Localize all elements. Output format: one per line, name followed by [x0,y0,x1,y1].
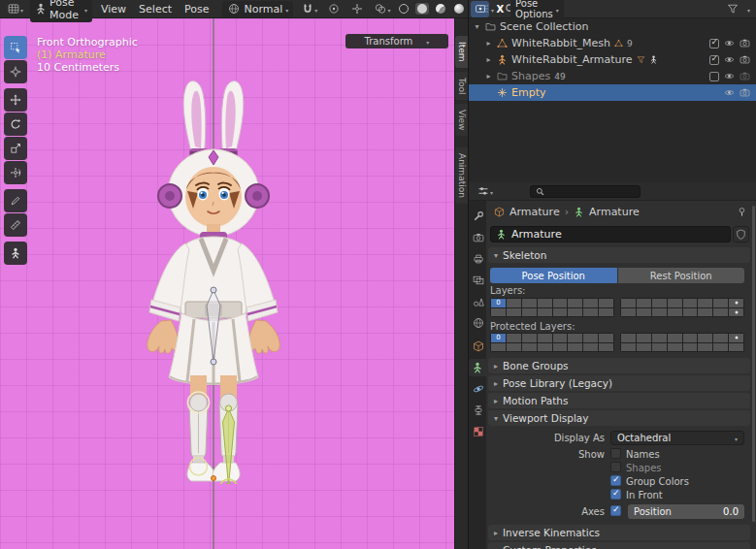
outliner-row-empty[interactable]: Empty [469,84,756,101]
layer-toggle[interactable] [698,334,712,342]
group-colors-checkbox[interactable] [610,475,621,486]
rest-position-button[interactable]: Rest Position [618,268,745,283]
layer-toggle[interactable] [507,308,521,317]
layer-toggle[interactable] [683,343,698,352]
layer-toggle[interactable] [568,299,582,307]
layer-toggle[interactable] [713,343,728,352]
render-camera-icon[interactable] [740,38,750,48]
layer-toggle[interactable] [522,299,537,307]
in-front-checkbox[interactable] [610,489,621,500]
measure-tool[interactable] [4,213,27,237]
inverse-kinematics-panel-header[interactable]: Inverse Kinematics [488,525,750,540]
render-camera-icon[interactable] [740,87,750,98]
layer-toggle[interactable] [652,343,667,352]
layer-toggle[interactable] [568,343,582,352]
selectability-checkbox[interactable] [709,55,719,65]
menu-view[interactable]: View [97,2,130,16]
layer-toggle[interactable] [668,334,682,342]
layer-toggle[interactable] [668,343,682,352]
shading-solid-button[interactable] [415,3,429,15]
properties-tab-texture[interactable] [471,423,486,440]
layer-toggle[interactable] [698,308,712,317]
layer-toggle[interactable] [683,308,698,317]
cursor-tool[interactable] [4,60,27,83]
properties-tab-view-layer[interactable] [471,272,486,289]
layer-toggle[interactable] [683,334,698,342]
layer-toggle[interactable] [599,308,613,317]
names-checkbox[interactable] [610,448,621,459]
layer-toggle[interactable]: 0 [491,299,506,307]
pose-options-dropdown[interactable]: Pose Options [510,0,564,20]
layer-toggle[interactable] [637,343,651,352]
motion-paths-panel-header[interactable]: Motion Paths [488,393,750,408]
move-tool[interactable] [4,88,27,112]
breadcrumb-object[interactable]: Armature [509,206,560,218]
display-as-dropdown[interactable]: Octahedral [610,431,744,445]
overlays-toggle[interactable] [371,1,392,17]
layer-toggle[interactable] [568,308,582,317]
properties-tab-object[interactable] [471,338,486,355]
layer-toggle[interactable] [637,299,651,307]
properties-search-input[interactable] [530,185,641,198]
skeleton-panel-header[interactable]: Skeleton [488,247,750,263]
layer-toggle[interactable] [599,343,613,352]
layer-toggle[interactable] [698,299,712,307]
fake-user-shield-button[interactable] [733,226,749,242]
layer-toggle[interactable] [583,334,598,342]
armature-name-field[interactable]: Armature [490,226,731,242]
properties-tab-world[interactable] [471,314,486,332]
menu-select[interactable]: Select [135,2,176,16]
sidebar-tab-view[interactable]: View [455,104,468,136]
layer-toggle[interactable] [713,334,728,342]
layer-toggle[interactable] [637,334,651,342]
hide-eye-icon[interactable] [724,38,735,48]
layer-toggle[interactable] [652,299,667,307]
layer-toggle[interactable] [583,343,598,352]
properties-scrollbar[interactable] [752,206,755,522]
selectability-checkbox[interactable] [709,72,719,81]
layer-toggle[interactable] [568,334,582,342]
layer-toggle[interactable] [553,299,568,307]
layer-toggle[interactable] [522,308,537,317]
layer-toggle[interactable] [729,334,743,342]
outliner-row-whiterabbit-mesh[interactable]: WhiteRabbit_Mesh 9 [469,35,756,51]
properties-tab-tool[interactable] [471,208,486,225]
shading-wireframe-button[interactable] [397,3,411,15]
layer-toggle[interactable] [507,343,521,352]
layer-toggle[interactable] [491,343,506,352]
expand-arrow-icon[interactable] [484,72,493,81]
layer-toggle[interactable] [621,343,636,352]
layer-toggle[interactable] [553,343,568,352]
sidebar-tab-animation[interactable]: Animation [455,147,468,204]
render-camera-icon[interactable] [740,71,750,81]
layer-toggle[interactable] [668,299,682,307]
select-box-tool[interactable] [4,36,27,59]
rotate-tool[interactable] [4,113,27,136]
outliner-row-scene-collection[interactable]: Scene Collection [469,18,756,35]
annotate-tool[interactable] [4,189,27,212]
transform-orientation-select[interactable]: Normal [222,1,294,17]
layer-toggle[interactable] [522,343,537,352]
layer-toggle[interactable] [553,308,568,317]
hide-eye-icon[interactable] [724,87,735,98]
properties-tab-render[interactable] [471,229,486,246]
pin-icon[interactable] [735,205,749,219]
outliner-row-shapes[interactable]: Shapes 49 [469,68,756,84]
proportional-editing-button[interactable] [324,1,343,17]
xray-toggle[interactable] [471,1,489,17]
properties-tab-constraints[interactable] [471,402,486,419]
character-model[interactable] [97,67,330,484]
layer-toggle[interactable] [491,308,506,317]
layer-toggle[interactable] [538,299,552,307]
layer-toggle[interactable]: 0 [491,334,506,342]
axes-position-slider[interactable]: Position 0.0 [628,504,744,519]
expand-arrow-icon[interactable] [484,39,493,48]
shading-rendered-button[interactable] [452,3,466,15]
layer-toggle[interactable] [637,308,651,317]
layer-toggle[interactable] [729,343,743,352]
layer-toggle[interactable] [538,343,552,352]
3d-viewport[interactable]: Front Orthographic (1) Armature 10 Centi… [0,18,454,549]
shapes-checkbox[interactable] [610,462,621,472]
sidebar-tab-item[interactable]: Item [455,36,468,68]
layer-toggle[interactable] [621,334,636,342]
